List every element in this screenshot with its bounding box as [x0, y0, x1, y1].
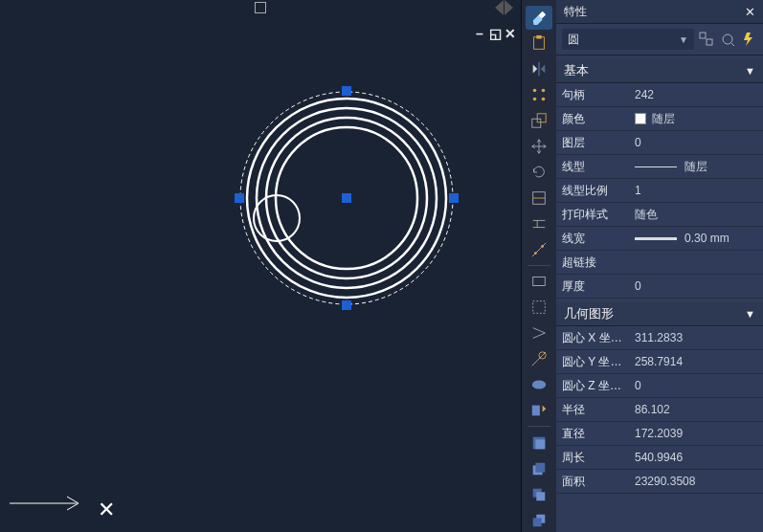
mirror-icon[interactable] — [526, 57, 552, 81]
purge-icon[interactable] — [526, 399, 552, 423]
svg-rect-19 — [533, 301, 546, 314]
prop-plotstyle-value[interactable]: 随色 — [629, 203, 763, 226]
drawing-canvas[interactable]: – ◱ ✕ ✕ — [0, 0, 521, 532]
prop-cy-value[interactable]: 258.7914 — [629, 350, 763, 373]
svg-point-11 — [533, 98, 537, 101]
grip-right[interactable] — [449, 193, 459, 203]
prop-r-value[interactable]: 86.102 — [629, 398, 763, 421]
join-icon[interactable] — [526, 321, 552, 345]
prop-thickness-value[interactable]: 0 — [629, 275, 763, 298]
prop-cz-value[interactable]: 0 — [629, 374, 763, 397]
prop-handle-value: 242 — [629, 83, 763, 106]
prop-cx-label: 圆心 X 坐… — [556, 326, 629, 349]
svg-rect-18 — [533, 277, 546, 286]
ucs-axis-icon — [10, 492, 86, 515]
svg-rect-28 — [536, 492, 545, 500]
linetype-swatch-icon — [635, 166, 677, 167]
color-swatch-icon — [635, 113, 646, 124]
section-geom-title: 几何图形 — [564, 305, 614, 322]
prop-layer-value[interactable]: 0 — [629, 131, 763, 154]
svg-rect-24 — [535, 439, 545, 449]
lineweight-swatch-icon — [635, 237, 677, 240]
prop-handle-label: 句柄 — [556, 83, 629, 106]
rectangle-icon[interactable] — [526, 270, 552, 294]
svg-point-16 — [534, 252, 537, 255]
clipboard-icon[interactable] — [526, 32, 552, 55]
object-type-label: 圆 — [568, 32, 579, 48]
eraser-icon[interactable] — [526, 6, 552, 30]
prop-c-label: 周长 — [556, 446, 629, 469]
section-basic-head[interactable]: 基本 ▼ — [556, 59, 763, 83]
grip-bottom[interactable] — [342, 300, 351, 310]
bring-front-icon[interactable] — [526, 456, 552, 480]
ucs-x-icon: ✕ — [98, 498, 115, 522]
prop-linetype-label: 线型 — [556, 155, 629, 178]
panel-header: 特性 ✕ — [556, 0, 763, 24]
section-basic-title: 基本 — [564, 62, 589, 79]
prop-a-label: 面积 — [556, 470, 629, 493]
svg-rect-14 — [537, 114, 546, 122]
prop-ltscale-value[interactable]: 1 — [629, 179, 763, 202]
order-icon[interactable] — [526, 482, 552, 506]
prop-thickness-label: 厚度 — [556, 275, 629, 298]
svg-point-21 — [532, 381, 546, 389]
collapse-icon: ▼ — [745, 308, 755, 320]
object-type-row: 圆 ▼ — [556, 24, 763, 55]
prop-a-value[interactable]: 23290.3508 — [629, 470, 763, 493]
svg-point-12 — [542, 98, 546, 101]
toggle-pips-icon[interactable] — [698, 31, 715, 48]
collapse-icon: ▼ — [745, 65, 755, 77]
prop-hyperlink-value[interactable] — [629, 251, 763, 274]
svg-point-33 — [723, 34, 732, 44]
prop-cx-value[interactable]: 311.2833 — [629, 326, 763, 349]
prop-d-value[interactable]: 172.2039 — [629, 422, 763, 445]
svg-rect-13 — [532, 119, 541, 127]
move-icon[interactable] — [526, 135, 552, 159]
svg-rect-32 — [707, 39, 712, 45]
svg-rect-8 — [536, 35, 541, 39]
ellipse-icon[interactable] — [526, 373, 552, 397]
drawing-svg — [0, 0, 521, 532]
prop-cz-label: 圆心 Z 坐… — [556, 374, 629, 397]
svg-rect-7 — [534, 37, 545, 50]
prop-d-label: 直径 — [556, 422, 629, 445]
prop-color-value[interactable]: 随层 — [629, 107, 763, 130]
svg-rect-31 — [700, 33, 706, 38]
prop-cy-label: 圆心 Y 坐… — [556, 350, 629, 373]
trim-icon[interactable] — [526, 186, 552, 210]
tangent-icon[interactable] — [526, 347, 552, 371]
grip-center[interactable] — [342, 193, 351, 203]
prop-layer-label: 图层 — [556, 131, 629, 154]
svg-rect-30 — [533, 518, 542, 526]
object-type-select[interactable]: 圆 ▼ — [562, 29, 694, 50]
svg-rect-26 — [535, 462, 545, 472]
prop-ltscale-label: 线型比例 — [556, 179, 629, 202]
section-geom-head[interactable]: 几何图形 ▼ — [556, 302, 763, 326]
pattern-icon[interactable] — [526, 83, 552, 107]
modify-toolbar — [521, 0, 556, 532]
scale-icon[interactable] — [526, 109, 552, 133]
panel-title: 特性 — [564, 4, 587, 20]
svg-point-9 — [533, 89, 537, 93]
send-back-icon[interactable] — [526, 508, 552, 532]
prop-hyperlink-label: 超链接 — [556, 251, 629, 274]
divide-icon[interactable] — [526, 237, 552, 261]
flash-icon[interactable] — [740, 31, 757, 48]
hatch-icon[interactable] — [526, 431, 552, 454]
grip-top[interactable] — [342, 86, 351, 96]
rotate-icon[interactable] — [526, 160, 552, 184]
svg-point-17 — [541, 245, 544, 248]
prop-linetype-value[interactable]: 随层 — [629, 155, 763, 178]
grip-left[interactable] — [235, 193, 244, 203]
svg-rect-22 — [532, 406, 540, 416]
panel-close-icon[interactable]: ✕ — [745, 5, 755, 19]
properties-panel: 特性 ✕ 圆 ▼ 基本 ▼ 句柄242 颜色随层 图层0 线型随层 线型比例1 … — [556, 0, 763, 532]
prop-lineweight-label: 线宽 — [556, 227, 629, 250]
prop-color-label: 颜色 — [556, 107, 629, 130]
prop-plotstyle-label: 打印样式 — [556, 203, 629, 226]
offset-icon[interactable] — [526, 211, 552, 235]
area-icon[interactable] — [526, 296, 552, 320]
quick-select-icon[interactable] — [719, 31, 736, 48]
prop-c-value[interactable]: 540.9946 — [629, 446, 763, 469]
prop-lineweight-value[interactable]: 0.30 mm — [629, 227, 763, 250]
